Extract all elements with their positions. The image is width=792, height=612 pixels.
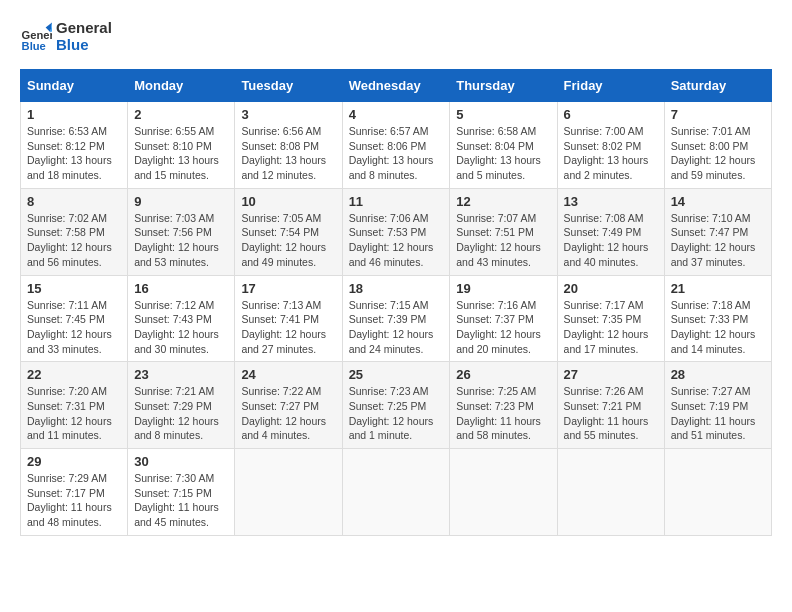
calendar-body: 1Sunrise: 6:53 AM Sunset: 8:12 PM Daylig… bbox=[21, 102, 772, 536]
day-info: Sunrise: 7:00 AM Sunset: 8:02 PM Dayligh… bbox=[564, 124, 658, 183]
day-number: 7 bbox=[671, 107, 765, 122]
day-cell-21: 21Sunrise: 7:18 AM Sunset: 7:33 PM Dayli… bbox=[664, 275, 771, 362]
day-number: 27 bbox=[564, 367, 658, 382]
day-cell-6: 6Sunrise: 7:00 AM Sunset: 8:02 PM Daylig… bbox=[557, 102, 664, 189]
day-cell-15: 15Sunrise: 7:11 AM Sunset: 7:45 PM Dayli… bbox=[21, 275, 128, 362]
day-cell-1: 1Sunrise: 6:53 AM Sunset: 8:12 PM Daylig… bbox=[21, 102, 128, 189]
weekday-tuesday: Tuesday bbox=[235, 70, 342, 102]
day-info: Sunrise: 6:56 AM Sunset: 8:08 PM Dayligh… bbox=[241, 124, 335, 183]
day-info: Sunrise: 7:02 AM Sunset: 7:58 PM Dayligh… bbox=[27, 211, 121, 270]
day-info: Sunrise: 7:27 AM Sunset: 7:19 PM Dayligh… bbox=[671, 384, 765, 443]
day-info: Sunrise: 7:20 AM Sunset: 7:31 PM Dayligh… bbox=[27, 384, 121, 443]
day-cell-24: 24Sunrise: 7:22 AM Sunset: 7:27 PM Dayli… bbox=[235, 362, 342, 449]
week-row-1: 1Sunrise: 6:53 AM Sunset: 8:12 PM Daylig… bbox=[21, 102, 772, 189]
day-number: 9 bbox=[134, 194, 228, 209]
day-cell-18: 18Sunrise: 7:15 AM Sunset: 7:39 PM Dayli… bbox=[342, 275, 450, 362]
day-number: 2 bbox=[134, 107, 228, 122]
day-info: Sunrise: 7:22 AM Sunset: 7:27 PM Dayligh… bbox=[241, 384, 335, 443]
day-number: 16 bbox=[134, 281, 228, 296]
day-info: Sunrise: 7:17 AM Sunset: 7:35 PM Dayligh… bbox=[564, 298, 658, 357]
day-number: 3 bbox=[241, 107, 335, 122]
day-number: 17 bbox=[241, 281, 335, 296]
day-cell-16: 16Sunrise: 7:12 AM Sunset: 7:43 PM Dayli… bbox=[128, 275, 235, 362]
day-info: Sunrise: 7:07 AM Sunset: 7:51 PM Dayligh… bbox=[456, 211, 550, 270]
day-info: Sunrise: 7:11 AM Sunset: 7:45 PM Dayligh… bbox=[27, 298, 121, 357]
day-number: 12 bbox=[456, 194, 550, 209]
day-cell-22: 22Sunrise: 7:20 AM Sunset: 7:31 PM Dayli… bbox=[21, 362, 128, 449]
day-info: Sunrise: 7:10 AM Sunset: 7:47 PM Dayligh… bbox=[671, 211, 765, 270]
day-info: Sunrise: 7:08 AM Sunset: 7:49 PM Dayligh… bbox=[564, 211, 658, 270]
day-info: Sunrise: 7:18 AM Sunset: 7:33 PM Dayligh… bbox=[671, 298, 765, 357]
day-number: 10 bbox=[241, 194, 335, 209]
day-number: 23 bbox=[134, 367, 228, 382]
day-info: Sunrise: 7:06 AM Sunset: 7:53 PM Dayligh… bbox=[349, 211, 444, 270]
day-cell-12: 12Sunrise: 7:07 AM Sunset: 7:51 PM Dayli… bbox=[450, 188, 557, 275]
day-cell-7: 7Sunrise: 7:01 AM Sunset: 8:00 PM Daylig… bbox=[664, 102, 771, 189]
empty-cell bbox=[450, 449, 557, 536]
week-row-4: 22Sunrise: 7:20 AM Sunset: 7:31 PM Dayli… bbox=[21, 362, 772, 449]
logo: General Blue General Blue bbox=[20, 20, 112, 53]
day-number: 19 bbox=[456, 281, 550, 296]
day-cell-5: 5Sunrise: 6:58 AM Sunset: 8:04 PM Daylig… bbox=[450, 102, 557, 189]
day-number: 25 bbox=[349, 367, 444, 382]
weekday-saturday: Saturday bbox=[664, 70, 771, 102]
day-info: Sunrise: 7:13 AM Sunset: 7:41 PM Dayligh… bbox=[241, 298, 335, 357]
empty-cell bbox=[557, 449, 664, 536]
day-cell-26: 26Sunrise: 7:25 AM Sunset: 7:23 PM Dayli… bbox=[450, 362, 557, 449]
day-number: 28 bbox=[671, 367, 765, 382]
day-number: 26 bbox=[456, 367, 550, 382]
day-info: Sunrise: 6:53 AM Sunset: 8:12 PM Dayligh… bbox=[27, 124, 121, 183]
calendar-table: SundayMondayTuesdayWednesdayThursdayFrid… bbox=[20, 69, 772, 536]
day-cell-28: 28Sunrise: 7:27 AM Sunset: 7:19 PM Dayli… bbox=[664, 362, 771, 449]
day-info: Sunrise: 7:23 AM Sunset: 7:25 PM Dayligh… bbox=[349, 384, 444, 443]
day-cell-9: 9Sunrise: 7:03 AM Sunset: 7:56 PM Daylig… bbox=[128, 188, 235, 275]
day-info: Sunrise: 6:57 AM Sunset: 8:06 PM Dayligh… bbox=[349, 124, 444, 183]
day-cell-23: 23Sunrise: 7:21 AM Sunset: 7:29 PM Dayli… bbox=[128, 362, 235, 449]
week-row-3: 15Sunrise: 7:11 AM Sunset: 7:45 PM Dayli… bbox=[21, 275, 772, 362]
day-number: 11 bbox=[349, 194, 444, 209]
day-cell-30: 30Sunrise: 7:30 AM Sunset: 7:15 PM Dayli… bbox=[128, 449, 235, 536]
weekday-thursday: Thursday bbox=[450, 70, 557, 102]
day-cell-17: 17Sunrise: 7:13 AM Sunset: 7:41 PM Dayli… bbox=[235, 275, 342, 362]
weekday-header-row: SundayMondayTuesdayWednesdayThursdayFrid… bbox=[21, 70, 772, 102]
day-info: Sunrise: 7:03 AM Sunset: 7:56 PM Dayligh… bbox=[134, 211, 228, 270]
day-cell-20: 20Sunrise: 7:17 AM Sunset: 7:35 PM Dayli… bbox=[557, 275, 664, 362]
day-cell-3: 3Sunrise: 6:56 AM Sunset: 8:08 PM Daylig… bbox=[235, 102, 342, 189]
day-cell-4: 4Sunrise: 6:57 AM Sunset: 8:06 PM Daylig… bbox=[342, 102, 450, 189]
day-info: Sunrise: 7:01 AM Sunset: 8:00 PM Dayligh… bbox=[671, 124, 765, 183]
weekday-friday: Friday bbox=[557, 70, 664, 102]
day-number: 20 bbox=[564, 281, 658, 296]
day-number: 24 bbox=[241, 367, 335, 382]
day-cell-19: 19Sunrise: 7:16 AM Sunset: 7:37 PM Dayli… bbox=[450, 275, 557, 362]
weekday-wednesday: Wednesday bbox=[342, 70, 450, 102]
day-info: Sunrise: 7:12 AM Sunset: 7:43 PM Dayligh… bbox=[134, 298, 228, 357]
day-cell-29: 29Sunrise: 7:29 AM Sunset: 7:17 PM Dayli… bbox=[21, 449, 128, 536]
day-number: 1 bbox=[27, 107, 121, 122]
empty-cell bbox=[235, 449, 342, 536]
day-info: Sunrise: 7:16 AM Sunset: 7:37 PM Dayligh… bbox=[456, 298, 550, 357]
svg-text:Blue: Blue bbox=[22, 39, 46, 51]
day-info: Sunrise: 7:30 AM Sunset: 7:15 PM Dayligh… bbox=[134, 471, 228, 530]
day-info: Sunrise: 7:29 AM Sunset: 7:17 PM Dayligh… bbox=[27, 471, 121, 530]
day-number: 30 bbox=[134, 454, 228, 469]
day-cell-10: 10Sunrise: 7:05 AM Sunset: 7:54 PM Dayli… bbox=[235, 188, 342, 275]
svg-text:General: General bbox=[22, 28, 52, 40]
day-info: Sunrise: 7:05 AM Sunset: 7:54 PM Dayligh… bbox=[241, 211, 335, 270]
day-cell-8: 8Sunrise: 7:02 AM Sunset: 7:58 PM Daylig… bbox=[21, 188, 128, 275]
day-cell-13: 13Sunrise: 7:08 AM Sunset: 7:49 PM Dayli… bbox=[557, 188, 664, 275]
day-info: Sunrise: 7:25 AM Sunset: 7:23 PM Dayligh… bbox=[456, 384, 550, 443]
day-info: Sunrise: 6:58 AM Sunset: 8:04 PM Dayligh… bbox=[456, 124, 550, 183]
logo-wordmark: General Blue bbox=[56, 20, 112, 53]
week-row-5: 29Sunrise: 7:29 AM Sunset: 7:17 PM Dayli… bbox=[21, 449, 772, 536]
day-info: Sunrise: 7:15 AM Sunset: 7:39 PM Dayligh… bbox=[349, 298, 444, 357]
day-number: 8 bbox=[27, 194, 121, 209]
day-info: Sunrise: 7:21 AM Sunset: 7:29 PM Dayligh… bbox=[134, 384, 228, 443]
day-cell-25: 25Sunrise: 7:23 AM Sunset: 7:25 PM Dayli… bbox=[342, 362, 450, 449]
day-cell-2: 2Sunrise: 6:55 AM Sunset: 8:10 PM Daylig… bbox=[128, 102, 235, 189]
empty-cell bbox=[664, 449, 771, 536]
weekday-sunday: Sunday bbox=[21, 70, 128, 102]
day-cell-11: 11Sunrise: 7:06 AM Sunset: 7:53 PM Dayli… bbox=[342, 188, 450, 275]
day-info: Sunrise: 6:55 AM Sunset: 8:10 PM Dayligh… bbox=[134, 124, 228, 183]
day-number: 21 bbox=[671, 281, 765, 296]
day-number: 15 bbox=[27, 281, 121, 296]
